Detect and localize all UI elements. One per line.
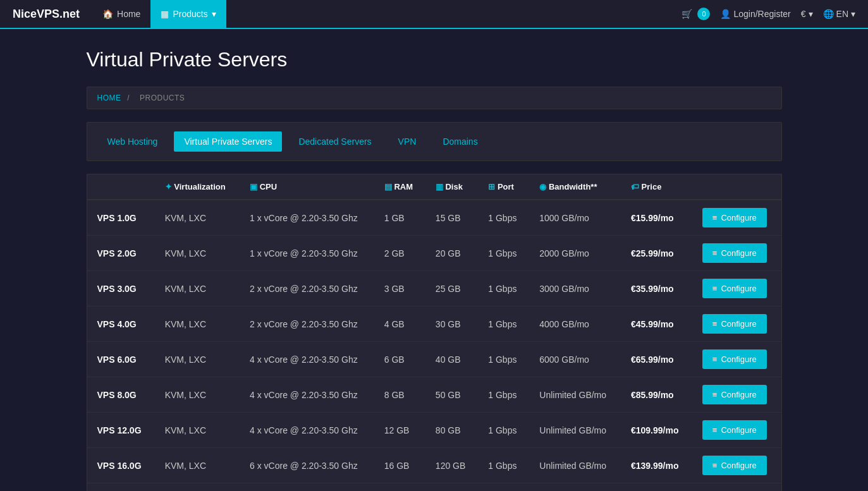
configure-button[interactable]: ≡ Configure xyxy=(702,456,767,475)
action-cell: ≡ Configure xyxy=(692,271,781,306)
configure-icon: ≡ xyxy=(712,461,718,470)
vps-name-cell: VPS 32.0G xyxy=(87,483,155,492)
port-cell: 1 Gbps xyxy=(478,306,529,342)
language-selector[interactable]: 🌐 EN ▾ xyxy=(823,9,855,19)
breadcrumb-separator: / xyxy=(127,94,130,102)
price-cell: €85.99/mo xyxy=(621,377,692,413)
configure-icon: ≡ xyxy=(712,355,718,364)
cpu-cell: 1 x vCore @ 2.20-3.50 Ghz xyxy=(240,200,374,236)
brand-logo[interactable]: NiceVPS.net xyxy=(13,8,80,21)
cpu-cell: 2 x vCore @ 2.20-3.50 Ghz xyxy=(240,306,374,342)
port-cell: 1 Gbps xyxy=(478,483,529,492)
tab-domains[interactable]: Domains xyxy=(432,131,487,152)
table-row: VPS 32.0GKVM, LXC8 x vCore @ 2.20-3.50 G… xyxy=(87,483,781,492)
port-cell: 1 Gbps xyxy=(478,271,529,306)
configure-button[interactable]: ≡ Configure xyxy=(702,279,767,298)
vps-name-cell: VPS 4.0G xyxy=(87,306,155,342)
vps-name-cell: VPS 3.0G xyxy=(87,271,155,306)
table-row: VPS 2.0GKVM, LXC1 x vCore @ 2.20-3.50 Gh… xyxy=(87,236,781,271)
currency-selector[interactable]: € ▾ xyxy=(801,9,813,19)
navbar: NiceVPS.net 🏠 Home ▦ Products ▾ 🛒 0 👤 Lo… xyxy=(0,0,868,29)
tab-dedicated[interactable]: Dedicated Servers xyxy=(288,131,381,152)
table-header-row: ✦ Virtualization▣ CPU▤ RAM▥ Disk⊞ Port◉ … xyxy=(87,174,781,200)
breadcrumb-home[interactable]: HOME xyxy=(97,94,121,102)
ram-cell: 3 GB xyxy=(374,271,425,306)
ram-cell: 2 GB xyxy=(374,236,425,271)
disk-cell: 120 GB xyxy=(425,448,478,483)
bandwidth-cell: 2000 GB/mo xyxy=(529,236,621,271)
tab-vpn[interactable]: VPN xyxy=(388,131,427,152)
ram-cell: 4 GB xyxy=(374,306,425,342)
tab-web-hosting[interactable]: Web Hosting xyxy=(97,131,168,152)
bandwidth-cell: Unlimited GB/mo xyxy=(529,483,621,492)
port-cell: 1 Gbps xyxy=(478,200,529,236)
vps-name-cell: VPS 2.0G xyxy=(87,236,155,271)
tab-vps[interactable]: Virtual Private Servers xyxy=(174,131,282,152)
configure-button[interactable]: ≡ Configure xyxy=(702,420,767,440)
virt-cell: KVM, LXC xyxy=(155,200,240,236)
bandwidth-cell: 1000 GB/mo xyxy=(529,200,621,236)
configure-button[interactable]: ≡ Configure xyxy=(702,314,767,334)
cart-count-badge: 0 xyxy=(697,8,710,20)
table-row: VPS 4.0GKVM, LXC2 x vCore @ 2.20-3.50 Gh… xyxy=(87,306,781,342)
configure-icon: ≡ xyxy=(712,284,718,293)
login-register-link[interactable]: 👤 Login/Register xyxy=(720,9,790,19)
port-cell: 1 Gbps xyxy=(478,236,529,271)
table-row: VPS 16.0GKVM, LXC6 x vCore @ 2.20-3.50 G… xyxy=(87,448,781,483)
virt-cell: KVM, LXC xyxy=(155,306,240,342)
virt-cell: KVM, LXC xyxy=(155,448,240,483)
user-icon: 👤 xyxy=(720,9,731,19)
nav-products[interactable]: ▦ Products ▾ xyxy=(150,0,226,28)
configure-button[interactable]: ≡ Configure xyxy=(702,385,767,404)
breadcrumb-current: PRODUCTS xyxy=(140,94,185,102)
table-row: VPS 12.0GKVM, LXC4 x vCore @ 2.20-3.50 G… xyxy=(87,413,781,448)
price-cell: €35.99/mo xyxy=(621,271,692,306)
virt-cell: KVM, LXC xyxy=(155,271,240,306)
ram-cell: 8 GB xyxy=(374,377,425,413)
col-header-8 xyxy=(692,174,781,200)
col-header-1: ✦ Virtualization xyxy=(155,174,240,200)
col-header-5: ⊞ Port xyxy=(478,174,529,200)
configure-button[interactable]: ≡ Configure xyxy=(702,349,767,369)
table-body: VPS 1.0GKVM, LXC1 x vCore @ 2.20-3.50 Gh… xyxy=(87,200,781,491)
disk-cell: 200 GB xyxy=(425,483,478,492)
bandwidth-cell: 4000 GB/mo xyxy=(529,306,621,342)
ram-cell: 32 GB xyxy=(374,483,425,492)
cart-button[interactable]: 🛒 0 xyxy=(682,8,710,20)
action-cell: ≡ Configure xyxy=(692,448,781,483)
action-cell: ≡ Configure xyxy=(692,236,781,271)
currency-dropdown-icon: ▾ xyxy=(809,9,813,19)
configure-button[interactable]: ≡ Configure xyxy=(702,208,767,227)
products-icon: ▦ xyxy=(161,9,169,19)
action-cell: ≡ Configure xyxy=(692,483,781,492)
configure-button[interactable]: ≡ Configure xyxy=(702,243,767,263)
configure-icon: ≡ xyxy=(712,425,718,435)
configure-icon: ≡ xyxy=(712,213,718,222)
vps-name-cell: VPS 8.0G xyxy=(87,377,155,413)
price-cell: €45.99/mo xyxy=(621,306,692,342)
action-cell: ≡ Configure xyxy=(692,342,781,377)
disk-cell: 20 GB xyxy=(425,236,478,271)
table-row: VPS 1.0GKVM, LXC1 x vCore @ 2.20-3.50 Gh… xyxy=(87,200,781,236)
action-cell: ≡ Configure xyxy=(692,200,781,236)
price-cell: €109.99/mo xyxy=(621,413,692,448)
col-header-4: ▥ Disk xyxy=(425,174,478,200)
ram-cell: 12 GB xyxy=(374,413,425,448)
virt-cell: KVM, LXC xyxy=(155,236,240,271)
bandwidth-cell: 6000 GB/mo xyxy=(529,342,621,377)
nav-home[interactable]: 🏠 Home xyxy=(92,0,150,28)
col-header-2: ▣ CPU xyxy=(240,174,374,200)
virt-cell: KVM, LXC xyxy=(155,413,240,448)
page-title: Virtual Private Servers xyxy=(87,48,782,71)
vps-name-cell: VPS 12.0G xyxy=(87,413,155,448)
port-cell: 1 Gbps xyxy=(478,448,529,483)
cpu-cell: 4 x vCore @ 2.20-3.50 Ghz xyxy=(240,413,374,448)
configure-icon: ≡ xyxy=(712,319,718,329)
configure-icon: ≡ xyxy=(712,390,718,399)
price-cell: €219.99/mo xyxy=(621,483,692,492)
disk-cell: 30 GB xyxy=(425,306,478,342)
col-header-0 xyxy=(87,174,155,200)
disk-cell: 15 GB xyxy=(425,200,478,236)
bandwidth-cell: Unlimited GB/mo xyxy=(529,448,621,483)
disk-cell: 25 GB xyxy=(425,271,478,306)
